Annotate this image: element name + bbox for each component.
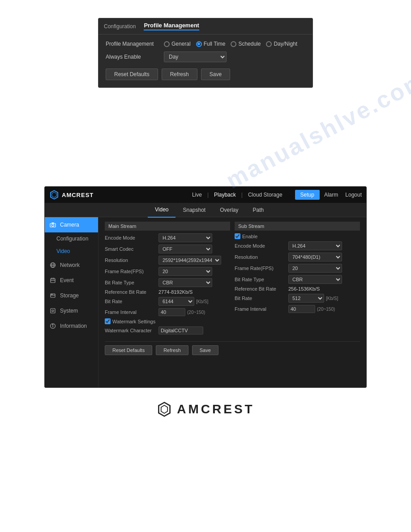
main-bitratetype-field: Bit Rate Type CBRVBR [105,278,230,287]
sub-tab-snapshot[interactable]: Snapshot [176,203,213,217]
svg-marker-21 [161,405,167,413]
watermark-settings-checkbox[interactable] [105,318,111,324]
always-enable-select[interactable]: Day Night Auto [164,51,227,62]
nav-playback[interactable]: Playback [209,192,241,198]
sub-encode-mode-select[interactable]: H.264H.265 [288,241,342,250]
nav-alarm[interactable]: Alarm [324,192,338,198]
radio-circle-fulltime [196,41,202,47]
main-smart-codec-label: Smart Codec [105,246,158,252]
profile-management-radio-group: General Full Time Schedule Day/Night [164,41,297,47]
sidebar-item-camera[interactable]: Camera [45,217,98,232]
sub-stream-panel: Sub Stream Enable Encode Mode H.264H.265 [235,222,360,337]
sidebar-sub-configuration[interactable]: Configuration [45,232,98,245]
main-bitratetype-select[interactable]: CBRVBR [158,278,212,287]
sidebar-item-information[interactable]: Information [45,318,98,334]
event-icon [49,277,56,284]
main-frameinterval-range: (20~150) [187,310,205,315]
main-resolution-select[interactable]: 2592*1944(2592x1944) [158,256,221,265]
sidebar-item-storage[interactable]: Storage [45,288,98,303]
sidebar-item-system[interactable]: System [45,303,98,318]
svg-rect-15 [51,309,55,313]
tab-configuration[interactable]: Configuration [104,23,136,30]
main-smart-codec-field: Smart Codec OFFON [105,245,230,253]
sub-frameinterval-input[interactable] [288,305,315,313]
footer-hex-icon [156,401,172,417]
sub-bitratetype-select[interactable]: CBRVBR [288,275,342,284]
nav-live[interactable]: Live [187,192,207,198]
sub-frameinterval-range: (20~150) [317,307,335,312]
sub-resolution-select[interactable]: 704*480(D1) [288,253,342,262]
sub-framerate-field: Frame Rate(FPS) 2015 [235,264,360,273]
sub-tab-video[interactable]: Video [148,202,176,218]
sub-bitrate-field: Bit Rate 5121024 [Kb/S] [235,294,360,303]
bottom-btn-row: Reset Defaults Refresh Save [105,341,360,355]
sidebar-item-network[interactable]: Network [45,257,98,273]
sidebar-label-system: System [60,308,78,314]
sub-refbitrate-label: Reference Bit Rate [235,286,288,292]
sidebar-label-information: Information [60,323,87,329]
sub-frameinterval-label: Frame Interval [235,306,288,312]
sub-bitratetype-field: Bit Rate Type CBRVBR [235,275,360,284]
radio-label-fulltime: Full Time [204,41,226,47]
radio-daynight[interactable]: Day/Night [266,41,297,47]
watermark-character-input[interactable] [158,326,203,335]
sub-bitrate-unit: [Kb/S] [326,296,338,301]
nav-right: Alarm Logout [324,192,362,198]
main-framerate-select[interactable]: 201510 [158,267,212,276]
main-smart-codec-select[interactable]: OFFON [158,245,212,253]
setup-button[interactable]: Setup [295,190,320,200]
always-enable-row: Always Enable Day Night Auto [106,51,305,62]
radio-fulltime[interactable]: Full Time [196,41,226,47]
app-content: Camera Configuration Video [45,217,366,387]
nav-logout[interactable]: Logout [345,192,362,198]
watermark-character-label: Watermark Character [105,328,158,333]
svg-point-16 [52,310,54,312]
nav-cloud-storage[interactable]: Cloud Storage [243,192,288,198]
tab-profile-management[interactable]: Profile Management [144,22,199,30]
sub-resolution-field: Resolution 704*480(D1) [235,253,360,262]
main-encode-mode-field: Encode Mode H.264H.265MJPEG [105,233,230,242]
sub-bitrate-select[interactable]: 5121024 [288,294,324,303]
sub-enable-checkbox[interactable] [235,233,240,239]
radio-label-daynight: Day/Night [274,41,297,47]
main-bitrate-select[interactable]: 61444096 [158,297,194,306]
sub-framerate-select[interactable]: 2015 [288,264,342,273]
brand-name: AMCREST [62,192,94,198]
radio-circle-daynight [266,41,272,47]
watermark-settings-row: Watermark Settings [105,318,230,324]
sub-bitrate-label: Bit Rate [235,296,288,301]
reset-defaults-button-top[interactable]: Reset Defaults [106,69,158,80]
info-icon [49,322,56,330]
nav-links: Live | Playback | Cloud Storage [187,192,288,198]
sidebar-label-configuration: Configuration [56,236,88,242]
svg-rect-12 [51,294,55,297]
main-content: Main Stream Encode Mode H.264H.265MJPEG … [98,217,366,387]
svg-point-3 [52,224,54,227]
sub-stream-title: Sub Stream [238,223,264,229]
radio-schedule[interactable]: Schedule [231,41,261,47]
top-panel-btn-row: Reset Defaults Refresh Save [106,69,305,80]
main-frameinterval-label: Frame Interval [105,309,158,315]
brand: AMCREST [49,190,187,200]
main-encode-mode-select[interactable]: H.264H.265MJPEG [158,233,212,242]
main-refbitrate-label: Reference Bit Rate [105,289,158,295]
save-button-top[interactable]: Save [201,69,230,80]
main-bitrate-label: Bit Rate [105,299,158,304]
refresh-button-app[interactable]: Refresh [156,345,188,355]
main-bitrate-field: Bit Rate 61444096 [Kb/S] [105,297,230,306]
save-button-app[interactable]: Save [192,345,218,355]
main-stream-title: Main Stream [108,223,136,229]
sub-encode-mode-label: Encode Mode [235,243,288,249]
streams-row: Main Stream Encode Mode H.264H.265MJPEG … [105,222,360,337]
sidebar-item-event[interactable]: Event [45,273,98,288]
sub-refbitrate-value: 256-1536Kb/S [288,286,320,292]
refresh-button-top[interactable]: Refresh [162,69,197,80]
top-panel-wrapper: Configuration Profile Management Profile… [0,0,411,97]
radio-general[interactable]: General [164,41,191,47]
sidebar-sub-video[interactable]: Video [45,245,98,257]
reset-defaults-button-app[interactable]: Reset Defaults [105,345,152,355]
sub-tab-path[interactable]: Path [246,203,271,217]
sidebar-label-network: Network [60,262,80,268]
sub-tab-overlay[interactable]: Overlay [213,203,245,217]
main-frameinterval-input[interactable] [158,308,185,316]
